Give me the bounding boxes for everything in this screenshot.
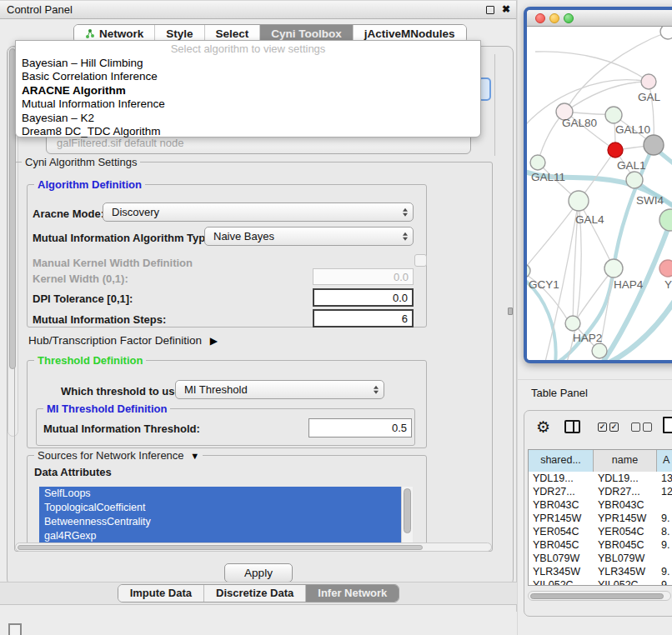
attribute-selfloops[interactable]: SelfLoops — [39, 487, 401, 501]
kernel-width-input[interactable] — [313, 268, 414, 285]
control-panel-titlebar: Control Panel ✖ — [0, 1, 516, 19]
table-cell: 9 — [657, 578, 672, 586]
column-header-a[interactable]: A — [657, 450, 672, 472]
table-row[interactable]: YDR27...YDR27...12 — [529, 485, 672, 498]
settings-gear-icon[interactable]: ⚙ — [536, 418, 550, 437]
table-cell: YDL19... — [594, 472, 657, 485]
manual-kernel-width-checkbox[interactable] — [414, 254, 427, 267]
network-node-hap2[interactable] — [565, 316, 580, 331]
which-threshold-select[interactable]: MI Threshold — [175, 380, 384, 399]
group-title: Cyni Algorithm Settings — [22, 156, 140, 168]
table-row[interactable]: YLR345WYLR345W9. — [529, 565, 672, 578]
table-cell: YER054C — [529, 525, 594, 538]
table-row[interactable]: YDL19...YDL19...13 — [529, 472, 672, 485]
aracne-mode-select[interactable]: Discovery — [103, 202, 414, 222]
checked-checkbox-icon[interactable]: ✓ — [609, 422, 619, 432]
network-node-gcy1[interactable] — [527, 264, 530, 278]
mi-threshold-definition-group: MI Threshold Definition Mutual Informati… — [36, 408, 415, 446]
close-icon[interactable]: ✖ — [502, 3, 510, 15]
hub-definition-expander[interactable]: Hub/Transcription Factor Definition ▶ — [28, 334, 218, 347]
apply-button[interactable]: Apply — [224, 563, 293, 582]
attribute-gal4rgexp[interactable]: gal4RGexp — [39, 529, 401, 543]
tab-discretize-data[interactable]: Discretize Data — [204, 585, 306, 602]
network-node-gal10[interactable] — [605, 107, 622, 123]
network-node-gal4[interactable] — [569, 191, 589, 211]
group-title: Threshold Definition — [34, 354, 146, 367]
panel-title: Control Panel — [7, 3, 73, 16]
network-icon — [85, 28, 95, 39]
float-window-icon[interactable] — [486, 6, 494, 14]
table-cell: 13 — [657, 472, 672, 485]
node-label: GAL80 — [562, 117, 597, 129]
table-cell: YDR27... — [594, 485, 657, 498]
table-row[interactable]: YBL079WYBL079W — [529, 552, 672, 565]
table-cell: YDR27... — [529, 485, 594, 498]
network-node-gal1[interactable] — [608, 142, 623, 158]
table-cell: 9. — [657, 538, 672, 552]
tab-infer-network[interactable]: Infer Network — [306, 585, 399, 602]
settings-horizontal-scrollbar — [15, 542, 492, 552]
list-scrollbar-thumb[interactable] — [404, 488, 411, 533]
close-traffic-light-icon[interactable] — [535, 13, 545, 23]
dpi-tolerance-input[interactable] — [313, 288, 414, 307]
algorithm-option-mutual-information-inference[interactable]: Mutual Information Inference — [16, 98, 480, 111]
network-canvas[interactable]: GALGAL80GAL10GAL1GAL11SWI4GAL4GCY1HAP4YH… — [527, 27, 672, 360]
data-attributes-list[interactable]: SelfLoopsTopologicalCoefficientBetweenne… — [39, 487, 413, 545]
table-horizontal-scrollbar-thumb[interactable] — [530, 593, 664, 599]
network-window-titlebar[interactable] — [527, 10, 672, 27]
network-node-node-gray[interactable] — [644, 135, 664, 155]
attribute-topologicalcoefficient[interactable]: TopologicalCoefficient — [39, 501, 401, 515]
document-icon[interactable] — [663, 417, 672, 433]
table-row[interactable]: YIL052CYIL052C9 — [529, 578, 672, 586]
attribute-betweennesscentrality[interactable]: BetweennessCentrality — [39, 515, 401, 529]
checked-checkbox-icon[interactable]: ✓ — [598, 422, 607, 432]
split-columns-icon[interactable] — [564, 420, 580, 433]
column-header-shared[interactable]: shared... — [529, 450, 594, 472]
table-cell: YBR045C — [529, 538, 594, 552]
algorithm-option-aracne-algorithm[interactable]: ARACNE Algorithm — [16, 84, 480, 98]
sources-expander[interactable]: Sources for Network Inference ▼ — [34, 449, 203, 462]
table-row[interactable]: YPR145WYPR145W9. — [529, 512, 672, 525]
algorithm-option-bayesian-k2[interactable]: Bayesian – K2 — [16, 112, 480, 125]
table-row[interactable]: YER054CYER054C8. — [529, 525, 672, 538]
manual-kernel-width-label: Manual Kernel Width Definition — [33, 257, 193, 269]
network-node-gal11[interactable] — [530, 155, 545, 170]
panel-splitter-grip[interactable] — [508, 308, 513, 315]
unchecked-checkbox-icon[interactable] — [643, 422, 652, 432]
mi-steps-input[interactable] — [313, 309, 414, 328]
network-node-node-top-partial[interactable] — [660, 27, 672, 39]
table-cell: YBL079W — [529, 552, 594, 565]
algorithm-option-dream8-dc-tdc-algorithm[interactable]: Dream8 DC_TDC Algorithm — [16, 125, 480, 138]
minimize-traffic-light-icon[interactable] — [549, 13, 559, 23]
network-node-hap4[interactable] — [604, 259, 623, 278]
unchecked-checkbox-icon[interactable] — [631, 422, 640, 432]
table-row[interactable]: YBR043CYBR043C — [529, 498, 672, 512]
hub-definition-label: Hub/Transcription Factor Definition — [28, 334, 202, 347]
algorithm-definition-group: Algorithm Definition Aracne Mode: Discov… — [27, 184, 427, 328]
zoom-traffic-light-icon[interactable] — [564, 13, 574, 23]
table-cell: YBR043C — [594, 498, 657, 512]
panel-divider — [518, 379, 672, 380]
mi-algorithm-type-value: Naive Bayes — [213, 230, 274, 242]
network-node-node-bottom-partial[interactable] — [592, 343, 607, 358]
settings-horizontal-scrollbar-thumb[interactable] — [18, 545, 423, 550]
table-horizontal-scrollbar — [528, 591, 671, 601]
table-cell: 12 — [657, 485, 672, 498]
sources-group: Sources for Network Inference ▼ Data Att… — [27, 455, 427, 548]
table-row[interactable]: YBR045CYBR045C9. — [529, 538, 672, 552]
node-label: GAL11 — [531, 171, 565, 183]
network-node-swi4[interactable] — [626, 172, 643, 188]
tab-impute-data[interactable]: Impute Data — [118, 585, 204, 602]
network-node-gal[interactable] — [641, 74, 656, 89]
mi-algorithm-type-select[interactable]: Naive Bayes — [204, 227, 414, 246]
node-attribute-table: shared...nameA YDL19...YDL19...13YDR27..… — [528, 449, 672, 586]
column-header-name[interactable]: name — [594, 450, 657, 472]
algorithm-option-bayesian-hill-climbing[interactable]: Bayesian – Hill Climbing — [16, 57, 480, 70]
algorithm-option-basic-correlation-inference[interactable]: Basic Correlation Inference — [16, 70, 480, 83]
network-node-node-green-right[interactable] — [659, 209, 672, 231]
network-node-y[interactable] — [659, 260, 672, 277]
cyni-algorithm-settings-group: Cyni Algorithm Settings Algorithm Defini… — [14, 162, 493, 552]
background-groupbox-edge — [494, 54, 495, 156]
mi-threshold-label: Mutual Information Threshold: — [43, 422, 200, 435]
mi-threshold-input[interactable] — [308, 418, 412, 438]
